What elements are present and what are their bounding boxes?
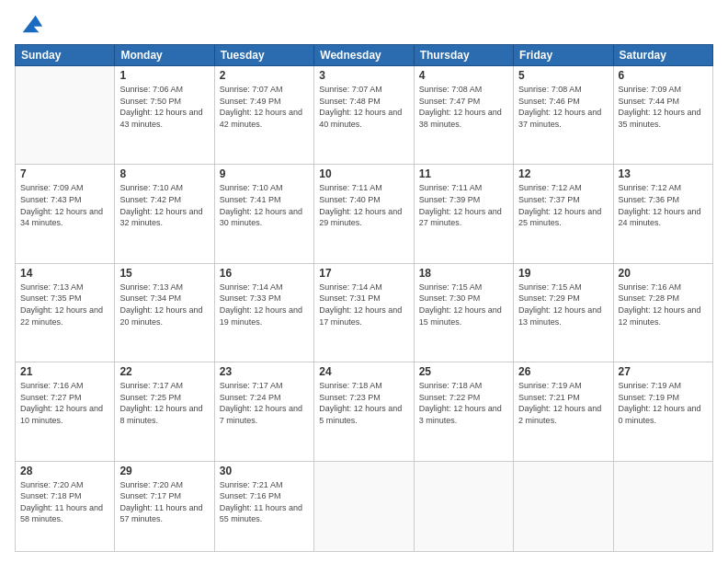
day-number: 27: [619, 365, 708, 378]
calendar-day-cell: 15Sunrise: 7:13 AM Sunset: 7:34 PM Dayli…: [115, 263, 214, 362]
day-number: 2: [220, 69, 309, 82]
day-info: Sunrise: 7:16 AM Sunset: 7:27 PM Dayligh…: [20, 380, 109, 426]
calendar-day-cell: [514, 461, 613, 552]
day-number: 26: [518, 365, 608, 378]
day-number: 23: [220, 365, 309, 378]
day-number: 1: [119, 69, 209, 82]
calendar-day-cell: 13Sunrise: 7:12 AM Sunset: 7:36 PM Dayli…: [613, 165, 712, 263]
day-number: 16: [220, 267, 309, 280]
calendar-day-cell: 20Sunrise: 7:16 AM Sunset: 7:28 PM Dayli…: [613, 263, 712, 362]
calendar-day-cell: [414, 461, 513, 552]
calendar-weekday: Sunday: [16, 45, 115, 66]
day-info: Sunrise: 7:21 AM Sunset: 7:16 PM Dayligh…: [220, 479, 309, 525]
calendar-day-cell: 7Sunrise: 7:09 AM Sunset: 7:43 PM Daylig…: [16, 165, 115, 263]
calendar-day-cell: 10Sunrise: 7:11 AM Sunset: 7:40 PM Dayli…: [314, 165, 414, 263]
day-info: Sunrise: 7:13 AM Sunset: 7:35 PM Dayligh…: [20, 282, 109, 327]
day-number: 19: [518, 267, 608, 280]
day-info: Sunrise: 7:19 AM Sunset: 7:19 PM Dayligh…: [619, 380, 708, 426]
day-number: 15: [119, 267, 209, 280]
day-info: Sunrise: 7:17 AM Sunset: 7:25 PM Dayligh…: [119, 380, 209, 426]
day-number: 21: [20, 365, 109, 378]
day-info: Sunrise: 7:08 AM Sunset: 7:47 PM Dayligh…: [419, 84, 508, 130]
calendar-day-cell: 3Sunrise: 7:07 AM Sunset: 7:48 PM Daylig…: [314, 66, 414, 165]
calendar-day-cell: [314, 461, 414, 552]
calendar-day-cell: 21Sunrise: 7:16 AM Sunset: 7:27 PM Dayli…: [16, 362, 115, 461]
calendar-day-cell: 30Sunrise: 7:21 AM Sunset: 7:16 PM Dayli…: [214, 461, 313, 552]
calendar-day-cell: [16, 66, 115, 165]
calendar-day-cell: 8Sunrise: 7:10 AM Sunset: 7:42 PM Daylig…: [115, 165, 214, 263]
day-info: Sunrise: 7:07 AM Sunset: 7:49 PM Dayligh…: [220, 84, 309, 130]
calendar-weekday: Monday: [115, 45, 214, 66]
calendar-day-cell: 2Sunrise: 7:07 AM Sunset: 7:49 PM Daylig…: [214, 66, 313, 165]
day-number: 28: [20, 465, 109, 477]
calendar-week-row: 21Sunrise: 7:16 AM Sunset: 7:27 PM Dayli…: [16, 362, 713, 461]
day-info: Sunrise: 7:14 AM Sunset: 7:33 PM Dayligh…: [220, 282, 309, 327]
calendar-week-row: 28Sunrise: 7:20 AM Sunset: 7:18 PM Dayli…: [16, 461, 713, 552]
svg-marker-0: [23, 16, 42, 33]
day-number: 30: [220, 465, 309, 477]
day-info: Sunrise: 7:09 AM Sunset: 7:43 PM Dayligh…: [20, 182, 109, 228]
calendar-day-cell: 1Sunrise: 7:06 AM Sunset: 7:50 PM Daylig…: [115, 66, 214, 165]
day-info: Sunrise: 7:20 AM Sunset: 7:17 PM Dayligh…: [119, 479, 209, 525]
calendar-weekday: Friday: [514, 45, 613, 66]
calendar-day-cell: 11Sunrise: 7:11 AM Sunset: 7:39 PM Dayli…: [414, 165, 513, 263]
day-info: Sunrise: 7:14 AM Sunset: 7:31 PM Dayligh…: [319, 282, 408, 327]
day-number: 7: [20, 167, 109, 180]
day-number: 9: [220, 167, 309, 180]
day-number: 10: [319, 167, 408, 180]
day-info: Sunrise: 7:15 AM Sunset: 7:29 PM Dayligh…: [518, 282, 608, 327]
day-info: Sunrise: 7:20 AM Sunset: 7:18 PM Dayligh…: [20, 479, 109, 525]
day-number: 6: [619, 69, 708, 82]
day-number: 14: [20, 267, 109, 280]
calendar-day-cell: 28Sunrise: 7:20 AM Sunset: 7:18 PM Dayli…: [16, 461, 115, 552]
day-number: 25: [419, 365, 508, 378]
day-info: Sunrise: 7:07 AM Sunset: 7:48 PM Dayligh…: [319, 84, 408, 130]
day-info: Sunrise: 7:19 AM Sunset: 7:21 PM Dayligh…: [518, 380, 608, 426]
calendar-weekday: Thursday: [414, 45, 513, 66]
calendar-day-cell: 5Sunrise: 7:08 AM Sunset: 7:46 PM Daylig…: [514, 66, 613, 165]
calendar-day-cell: 25Sunrise: 7:18 AM Sunset: 7:22 PM Dayli…: [414, 362, 513, 461]
header: [15, 11, 713, 37]
calendar-day-cell: 27Sunrise: 7:19 AM Sunset: 7:19 PM Dayli…: [613, 362, 712, 461]
day-info: Sunrise: 7:15 AM Sunset: 7:30 PM Dayligh…: [419, 282, 508, 327]
logo: [15, 11, 44, 37]
day-info: Sunrise: 7:13 AM Sunset: 7:34 PM Dayligh…: [119, 282, 209, 327]
calendar-weekday: Wednesday: [314, 45, 414, 66]
day-info: Sunrise: 7:17 AM Sunset: 7:24 PM Dayligh…: [220, 380, 309, 426]
calendar-day-cell: 19Sunrise: 7:15 AM Sunset: 7:29 PM Dayli…: [514, 263, 613, 362]
day-number: 17: [319, 267, 408, 280]
calendar-header-row: SundayMondayTuesdayWednesdayThursdayFrid…: [16, 45, 713, 66]
day-number: 13: [619, 167, 708, 180]
calendar-day-cell: 9Sunrise: 7:10 AM Sunset: 7:41 PM Daylig…: [214, 165, 313, 263]
day-info: Sunrise: 7:12 AM Sunset: 7:37 PM Dayligh…: [518, 182, 608, 228]
calendar-day-cell: 26Sunrise: 7:19 AM Sunset: 7:21 PM Dayli…: [514, 362, 613, 461]
calendar-day-cell: 14Sunrise: 7:13 AM Sunset: 7:35 PM Dayli…: [16, 263, 115, 362]
day-number: 3: [319, 69, 408, 82]
calendar-day-cell: 4Sunrise: 7:08 AM Sunset: 7:47 PM Daylig…: [414, 66, 513, 165]
calendar-day-cell: 6Sunrise: 7:09 AM Sunset: 7:44 PM Daylig…: [613, 66, 712, 165]
day-info: Sunrise: 7:06 AM Sunset: 7:50 PM Dayligh…: [119, 84, 209, 130]
calendar-day-cell: 16Sunrise: 7:14 AM Sunset: 7:33 PM Dayli…: [214, 263, 313, 362]
calendar-day-cell: 12Sunrise: 7:12 AM Sunset: 7:37 PM Dayli…: [514, 165, 613, 263]
day-info: Sunrise: 7:10 AM Sunset: 7:41 PM Dayligh…: [220, 182, 309, 228]
day-info: Sunrise: 7:11 AM Sunset: 7:40 PM Dayligh…: [319, 182, 408, 228]
calendar-week-row: 1Sunrise: 7:06 AM Sunset: 7:50 PM Daylig…: [16, 66, 713, 165]
day-info: Sunrise: 7:08 AM Sunset: 7:46 PM Dayligh…: [518, 84, 608, 130]
day-info: Sunrise: 7:12 AM Sunset: 7:36 PM Dayligh…: [619, 182, 708, 228]
day-number: 5: [518, 69, 608, 82]
day-number: 24: [319, 365, 408, 378]
calendar-day-cell: 17Sunrise: 7:14 AM Sunset: 7:31 PM Dayli…: [314, 263, 414, 362]
day-info: Sunrise: 7:18 AM Sunset: 7:22 PM Dayligh…: [419, 380, 508, 426]
page: SundayMondayTuesdayWednesdayThursdayFrid…: [0, 0, 728, 563]
day-number: 11: [419, 167, 508, 180]
calendar-weekday: Saturday: [613, 45, 712, 66]
calendar-day-cell: 18Sunrise: 7:15 AM Sunset: 7:30 PM Dayli…: [414, 263, 513, 362]
calendar-day-cell: [613, 461, 712, 552]
day-number: 4: [419, 69, 508, 82]
calendar-day-cell: 24Sunrise: 7:18 AM Sunset: 7:23 PM Dayli…: [314, 362, 414, 461]
day-number: 22: [119, 365, 209, 378]
day-number: 29: [119, 465, 209, 477]
day-number: 20: [619, 267, 708, 280]
calendar-weekday: Tuesday: [214, 45, 313, 66]
calendar-day-cell: 29Sunrise: 7:20 AM Sunset: 7:17 PM Dayli…: [115, 461, 214, 552]
